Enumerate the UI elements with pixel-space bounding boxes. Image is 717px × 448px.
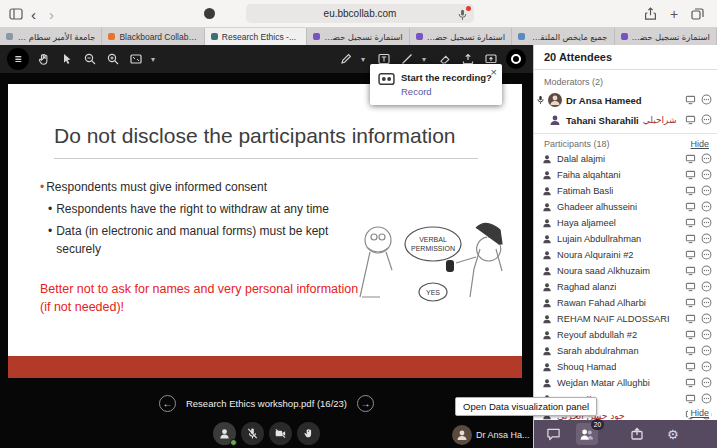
person-icon [542,202,552,212]
tab-label: Blackboard Collabo... [119,32,197,42]
share-icon[interactable] [644,7,657,21]
participant-row[interactable]: Fatimah Basli [534,183,717,199]
chevron-down-icon[interactable]: ▾ [151,55,159,64]
participant-row[interactable]: Dalal alajmi [534,151,717,167]
raise-hand-button[interactable] [297,422,320,445]
document-navigation: ← Research Ethics workshop.pdf (16/23) → [0,395,533,412]
tab-label: جامعة الأمير سطام بن ع... [17,32,95,42]
zoom-in-icon[interactable] [105,51,121,67]
next-slide-button[interactable]: → [357,395,374,412]
pointer-tool-icon[interactable] [59,51,75,67]
person-icon [542,298,552,308]
participant-row[interactable]: Ghadeer alhusseini [534,199,717,215]
tab-overview-icon[interactable] [691,8,704,20]
address-bar[interactable]: eu.bbcollab.com [246,4,474,23]
slide: Do not disclose the participants informa… [8,84,522,378]
browser-tab[interactable]: جامعة الأمير سطام بن ع... [0,28,102,45]
record-link[interactable]: Record [401,86,492,97]
my-status-button[interactable] [213,422,236,445]
chevron-down-icon[interactable]: ▾ [361,55,369,64]
attendee-name-arabic: تهاني علي شراحيلي [643,115,677,125]
participant-row[interactable]: Noura saad Alkhuzaim [534,263,717,279]
participant-row[interactable]: Wejdan Matar Allughbi [534,375,717,391]
attendees-tab-active[interactable]: 20 [576,423,598,445]
chevron-down-icon[interactable]: ▾ [422,55,430,64]
participant-row[interactable]: Faiha alqahtani [534,167,717,183]
close-icon[interactable]: × [491,66,497,78]
fit-page-icon[interactable] [128,51,144,67]
moderator-row[interactable]: Dr Ansa Hameed [534,90,717,110]
slide-bullet: • Respondents must give informed consent [40,178,267,196]
participant-row[interactable]: Lujain Abdullrahman [534,231,717,247]
attendee-name: Raghad alanzi [557,282,616,292]
attendees-panel-title: 20 Attendees [534,45,717,70]
device-monitor-icon [685,111,696,129]
mic-active-indicator [466,6,471,11]
settings-gear-icon[interactable]: ⚙ [667,427,679,442]
participant-row[interactable]: Rawan Fahad Alharbi [534,295,717,311]
participants-section-header: Participants (18) Hide [534,133,717,151]
slide-warning-text: Better not to ask for names and very per… [40,280,370,316]
participant-row[interactable]: Shouq Hamad [534,359,717,375]
attendee-more-icon[interactable] [701,111,712,129]
tab-label: جميع مايخص الملتقى ا... [529,32,607,42]
browser-tab[interactable]: استمارة تسجيل حضور و... [307,28,409,45]
recorder-icon [378,72,395,97]
slide-red-band [8,356,522,378]
tab-label: استمارة تسجيل حضور و... [427,32,505,42]
hide-link[interactable]: Hide [690,139,709,149]
attendee-name: Shouq Hamad [557,362,616,372]
person-icon [542,170,552,180]
chat-icon[interactable] [546,427,561,441]
share-content-icon[interactable] [630,427,644,441]
person-icon [542,314,552,324]
person-icon [542,154,552,164]
microphone-button[interactable] [241,422,264,445]
sidebar-toggle-icon[interactable] [9,8,23,20]
person-icon [542,330,552,340]
screen: ‹ › eu.bbcollab.com + جامعة الأمير سطام … [0,0,717,448]
person-icon [542,250,552,260]
hand-tool-icon[interactable] [36,51,52,67]
participant-row[interactable]: Reyouf abdullah #2 [534,327,717,343]
tab-favicon [518,33,525,40]
moderator-row[interactable]: Tahani Sharahili تهاني علي شراحيلي [534,110,717,130]
pen-tool-icon[interactable] [338,51,354,67]
new-tab-button[interactable]: + [670,6,678,22]
tab-label: استمارة تسجيل حضور و... [632,32,710,42]
browser-tab[interactable]: Blackboard Collabo... [102,28,204,45]
participant-row[interactable]: Raghad alanzi [534,279,717,295]
hide-link-bottom[interactable]: Hide [688,408,711,418]
cartoon-bubble-text: PERMISSION [411,245,455,252]
participant-row[interactable]: Noura Alquraini #2 [534,247,717,263]
mic-permission-icon[interactable] [458,7,467,25]
slide-bullet: • Respondents have the right to withdraw… [48,200,329,218]
zoom-out-icon[interactable] [82,51,98,67]
attendee-more-icon[interactable] [701,91,712,109]
participant-row[interactable]: Haya aljameel [534,215,717,231]
presentation-stage: Do not disclose the participants informa… [0,73,533,448]
extension-icon[interactable] [204,8,215,19]
cartoon-yes-text: YES [426,289,440,296]
attendee-name: REHAM NAIF ALDOSSARI [557,314,670,324]
camera-button[interactable] [269,422,292,445]
browser-tab[interactable]: استمارة تسجيل حضور و... [615,28,717,45]
forward-button[interactable]: › [49,6,54,21]
attendee-name: Noura Alquraini #2 [557,250,634,260]
tab-label: Research Ethics -... [222,32,296,42]
attendee-name: Haya aljameel [557,218,616,228]
back-button[interactable]: ‹ [31,6,36,21]
participant-row[interactable]: Sarah abdulrahman [534,343,717,359]
browser-tab[interactable]: استمارة تسجيل حضور و... [410,28,512,45]
person-icon [542,218,552,228]
attendee-avatar [548,93,562,107]
presenter-avatar [452,425,472,445]
prev-slide-button[interactable]: ← [159,395,176,412]
attendee-name: Tahani Sharahili [566,115,639,126]
participant-row[interactable]: REHAM NAIF ALDOSSARI [534,311,717,327]
record-button[interactable] [506,49,526,69]
browser-tab[interactable]: Research Ethics -... [205,28,307,45]
session-menu-button[interactable]: ≡ [7,48,29,70]
browser-tab[interactable]: جميع مايخص الملتقى ا... [512,28,614,45]
tab-label: استمارة تسجيل حضور و... [324,32,402,42]
